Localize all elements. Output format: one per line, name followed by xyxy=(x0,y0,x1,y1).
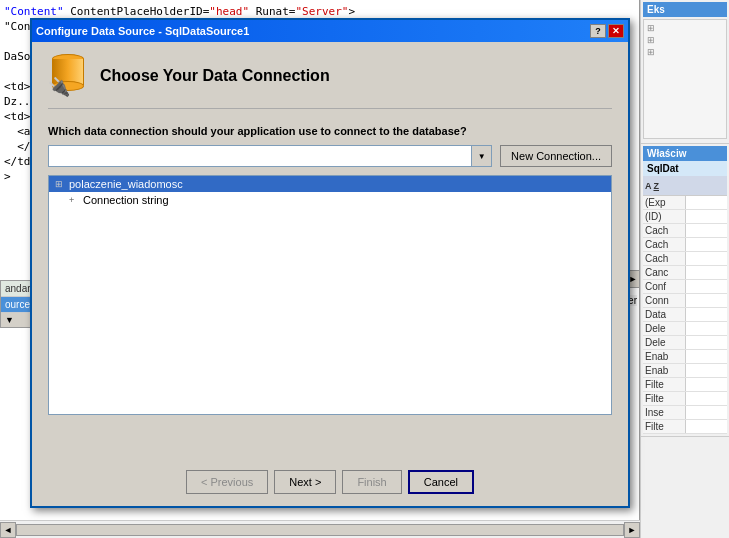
close-button[interactable]: ✕ xyxy=(608,24,624,38)
next-button[interactable]: Next > xyxy=(274,470,336,494)
dropdown-arrow-icon[interactable]: ▼ xyxy=(472,145,492,167)
scrollbar-track[interactable] xyxy=(16,524,624,536)
tree-child-label: Connection string xyxy=(83,194,169,206)
connection-dropdown-wrapper: ▼ xyxy=(48,145,492,167)
modal-titlebar: Configure Data Source - SqlDataSource1 ?… xyxy=(32,20,628,42)
tree-child-expand-icon: + xyxy=(69,195,79,205)
modal-title: Configure Data Source - SqlDataSource1 xyxy=(36,25,249,37)
bottom-scrollbar: ◄ ► xyxy=(0,520,640,538)
connection-question: Which data connection should your applic… xyxy=(48,125,612,137)
plug-icon: 🔌 xyxy=(48,76,70,98)
titlebar-buttons: ? ✕ xyxy=(590,24,624,38)
help-button[interactable]: ? xyxy=(590,24,606,38)
configure-datasource-dialog: Configure Data Source - SqlDataSource1 ?… xyxy=(30,18,630,508)
new-connection-button[interactable]: New Connection... xyxy=(500,145,612,167)
modal-header-title: Choose Your Data Connection xyxy=(100,67,330,85)
connection-dropdown-input[interactable] xyxy=(48,145,472,167)
connection-tree-area[interactable]: ⊞ polaczenie_wiadomosc + Connection stri… xyxy=(48,175,612,415)
modal-header: 🔌 Choose Your Data Connection xyxy=(48,54,612,109)
cancel-button[interactable]: Cancel xyxy=(408,470,474,494)
tree-item-connection-string[interactable]: + Connection string xyxy=(49,192,611,208)
database-icon: 🔌 xyxy=(48,54,88,98)
tree-item-label: polaczenie_wiadomosc xyxy=(69,178,183,190)
previous-button[interactable]: < Previous xyxy=(186,470,268,494)
modal-overlay: Configure Data Source - SqlDataSource1 ?… xyxy=(30,18,660,518)
finish-button[interactable]: Finish xyxy=(342,470,401,494)
modal-footer: < Previous Next > Finish Cancel xyxy=(32,470,628,494)
scroll-left-btn[interactable]: ◄ xyxy=(0,522,16,538)
modal-content: 🔌 Choose Your Data Connection Which data… xyxy=(32,42,628,439)
explorer-title: Eks xyxy=(643,2,727,17)
connection-dropdown-row: ▼ New Connection... xyxy=(48,145,612,167)
tree-expand-icon: ⊞ xyxy=(55,179,65,189)
tree-item-polaczenie[interactable]: ⊞ polaczenie_wiadomosc xyxy=(49,176,611,192)
code-line: "Content" ContentPlaceHolderID="head" Ru… xyxy=(0,4,639,19)
scroll-right-btn[interactable]: ► xyxy=(624,522,640,538)
